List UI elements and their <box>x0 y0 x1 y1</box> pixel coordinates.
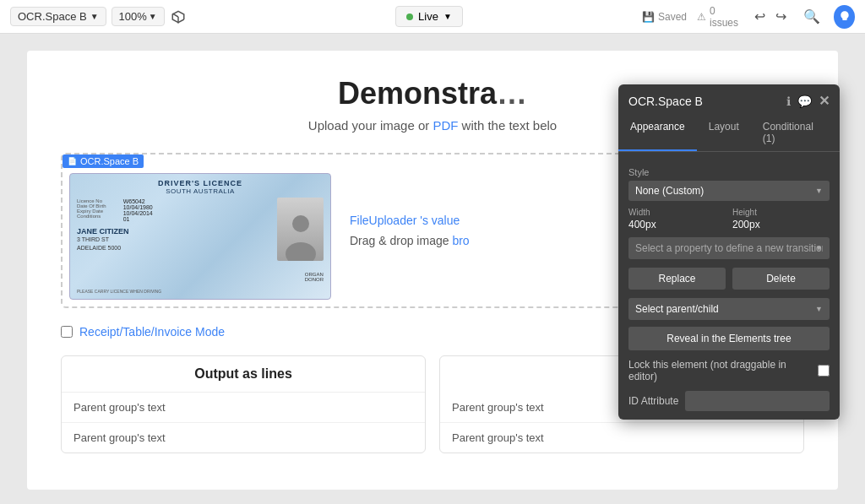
width-value: 400px <box>628 219 726 230</box>
panel-header: OCR.Space B ℹ 💬 ✕ <box>618 84 840 109</box>
panel-title: OCR.Space B <box>628 95 703 108</box>
panel-body: Style None (Custom) Width 400px Height 2… <box>618 152 840 420</box>
tab-conditional[interactable]: Conditional (1) <box>751 116 840 151</box>
output-row-2: Parent group's text <box>62 423 425 453</box>
canvas-area: Demonstra… Upload your image or PDF with… <box>0 34 865 504</box>
reveal-button[interactable]: Reveal in the Elements tree <box>628 327 830 350</box>
id-attribute-label: ID Attribute <box>628 395 678 407</box>
height-value: 200px <box>732 219 830 230</box>
id-attribute-row: ID Attribute <box>628 391 830 411</box>
svg-line-0 <box>172 14 178 17</box>
delete-button[interactable]: Delete <box>732 268 830 290</box>
undo-redo-group: ↩ ↪ <box>751 7 790 26</box>
licence-state: SOUTH AUSTRALIA <box>77 187 324 195</box>
licence-donor: ORGANDONOR <box>305 272 324 282</box>
output-card-title: Output as lines <box>62 356 425 393</box>
comment-icon[interactable]: 💬 <box>797 95 812 108</box>
licence-photo <box>277 198 324 261</box>
avatar <box>834 5 855 29</box>
pdf-link[interactable]: PDF <box>432 118 458 133</box>
app-title-dropdown[interactable]: OCR.Space B ▼ <box>10 7 106 26</box>
close-icon[interactable]: ✕ <box>819 93 830 109</box>
licence-header: DRIVER'S LICENCE <box>77 179 324 187</box>
tab-appearance[interactable]: Appearance <box>618 116 697 151</box>
topbar: OCR.Space B ▼ 100% ▼ Live ▼ 💾 Saved ⚠ <box>0 0 865 34</box>
height-label: Height <box>732 208 830 217</box>
lock-checkbox[interactable] <box>818 365 830 377</box>
width-label: Width <box>628 208 726 217</box>
replace-button[interactable]: Replace <box>628 268 726 290</box>
licence-footer: PLEASE CARRY LICENCE WHEN DRIVING <box>77 289 161 294</box>
tab-layout[interactable]: Layout <box>697 116 751 151</box>
output-card-left: Output as lines Parent group's text Pare… <box>61 355 426 453</box>
redo-button[interactable]: ↪ <box>772 7 790 26</box>
search-button[interactable]: 🔍 <box>800 7 824 26</box>
licence-field-label-cond: Conditions <box>77 214 106 219</box>
lock-row: Lock this element (not draggable in edit… <box>628 359 830 382</box>
issues-status: ⚠ 0 issues <box>697 5 741 29</box>
app-title: OCR.Space B <box>18 10 87 23</box>
receipt-mode-checkbox[interactable] <box>61 326 73 338</box>
lock-label: Lock this element (not draggable in edit… <box>628 359 818 382</box>
panel-header-icons: ℹ 💬 ✕ <box>786 93 830 109</box>
output-row-1: Parent group's text <box>62 393 425 423</box>
id-attribute-input[interactable] <box>685 391 830 411</box>
dimensions-row: Width 400px Height 200px <box>628 208 830 230</box>
output-right-row-2: Parent group's text <box>440 423 803 453</box>
topbar-right: 💾 Saved ⚠ 0 issues ↩ ↪ 🔍 <box>642 5 855 29</box>
parent-select[interactable]: Select parent/child <box>628 298 830 320</box>
cube-icon[interactable] <box>170 8 187 25</box>
topbar-center: Live ▼ <box>223 6 635 27</box>
properties-panel: OCR.Space B ℹ 💬 ✕ Appearance Layout Cond… <box>618 84 840 420</box>
transition-select[interactable]: Select a property to define a new transi… <box>628 237 830 259</box>
live-button[interactable]: Live ▼ <box>395 6 463 27</box>
live-dot <box>406 14 413 20</box>
transition-select-wrap: Select a property to define a new transi… <box>628 237 830 259</box>
saved-status: 💾 Saved <box>642 11 687 23</box>
ocr-component-label: 📄 OCR.Space B <box>63 154 144 168</box>
browse-link[interactable]: bro <box>452 234 469 247</box>
svg-point-3 <box>286 242 316 261</box>
info-icon[interactable]: ℹ <box>786 95 791 108</box>
height-col: Height 200px <box>732 208 830 230</box>
drag-drop-text: Drag & drop image bro <box>350 234 470 247</box>
licence-image: DRIVER'S LICENCE SOUTH AUSTRALIA Licence… <box>69 173 331 300</box>
save-icon: 💾 <box>642 11 655 23</box>
undo-button[interactable]: ↩ <box>751 7 769 26</box>
width-col: Width 400px <box>628 208 726 230</box>
svg-point-2 <box>292 215 309 232</box>
style-label: Style <box>628 167 830 177</box>
topbar-left: OCR.Space B ▼ 100% ▼ <box>10 7 216 26</box>
parent-select-wrap: Select parent/child <box>628 298 830 320</box>
zoom-control[interactable]: 100% ▼ <box>112 7 165 26</box>
uploader-left: 📄 OCR.Space B DRIVER'S LICENCE SOUTH AUS… <box>63 154 333 306</box>
style-select-wrap: None (Custom) <box>628 181 830 201</box>
live-label: Live <box>418 10 438 23</box>
chevron-down-icon: ▼ <box>443 12 452 21</box>
chevron-down-icon: ▼ <box>90 12 99 21</box>
warning-icon: ⚠ <box>697 11 706 23</box>
receipt-mode-label[interactable]: Receipt/Table/Invoice Mode <box>79 325 225 339</box>
chevron-down-icon: ▼ <box>149 12 157 21</box>
panel-tabs: Appearance Layout Conditional (1) <box>618 116 840 152</box>
replace-delete-row: Replace Delete <box>628 268 830 290</box>
zoom-value: 100% <box>119 10 147 23</box>
style-select[interactable]: None (Custom) <box>628 181 830 201</box>
file-uploader-label: FileUploader 's value <box>350 214 460 227</box>
